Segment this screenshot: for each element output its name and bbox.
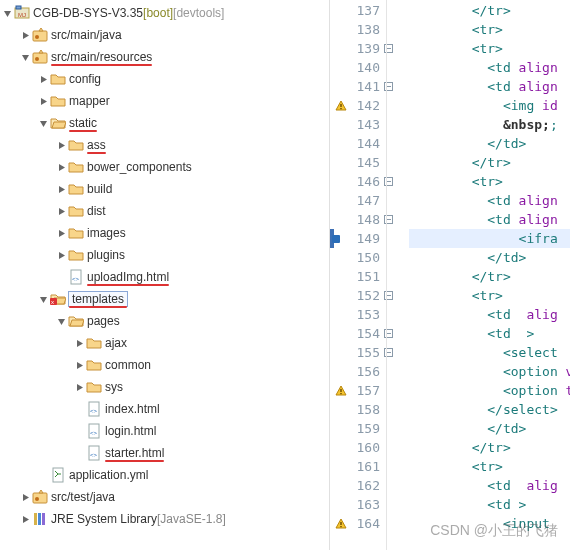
code-area[interactable]: </tr> <tr> <tr> <td align <td align <img… (386, 0, 570, 550)
gutter-line[interactable]: 149 (330, 229, 384, 248)
code-line[interactable]: <tr> (409, 457, 570, 476)
gutter-line[interactable]: 164 (330, 514, 384, 533)
code-line[interactable]: </td> (409, 248, 570, 267)
tree-node-cgb-db-sys-v3-35[interactable]: MJCGB-DB-SYS-V3.35 [boot] [devtools] (0, 2, 329, 24)
tree-node-index-html[interactable]: <>index.html (0, 398, 329, 420)
code-line[interactable]: <tr> (409, 39, 570, 58)
code-line[interactable]: <td align (409, 58, 570, 77)
gutter-line[interactable]: 162 (330, 476, 384, 495)
code-line[interactable]: </tr> (409, 153, 570, 172)
expand-chevron-icon[interactable] (54, 204, 68, 218)
code-line[interactable]: <option v (409, 362, 570, 381)
gutter-line[interactable]: 147 (330, 191, 384, 210)
gutter-line[interactable]: 163 (330, 495, 384, 514)
code-line[interactable]: <td align (409, 210, 570, 229)
code-line[interactable]: <td align (409, 191, 570, 210)
tree-node-ajax[interactable]: ajax (0, 332, 329, 354)
code-line[interactable]: <tr> (409, 172, 570, 191)
gutter-line[interactable]: 138 (330, 20, 384, 39)
tree-node-images[interactable]: images (0, 222, 329, 244)
collapse-chevron-icon[interactable] (18, 50, 32, 64)
gutter-line[interactable]: 141 (330, 77, 384, 96)
code-line[interactable]: <select (409, 343, 570, 362)
tree-node-bower-components[interactable]: bower_components (0, 156, 329, 178)
expand-chevron-icon[interactable] (54, 160, 68, 174)
gutter-line[interactable]: 160 (330, 438, 384, 457)
collapse-chevron-icon[interactable] (0, 6, 14, 20)
gutter-line[interactable]: 148 (330, 210, 384, 229)
gutter-line[interactable]: 146 (330, 172, 384, 191)
gutter-line[interactable]: 142 (330, 96, 384, 115)
expand-chevron-icon[interactable] (72, 358, 86, 372)
code-line[interactable]: </select> (409, 400, 570, 419)
expand-chevron-icon[interactable] (18, 512, 32, 526)
gutter-line[interactable]: 139 (330, 39, 384, 58)
expand-chevron-icon[interactable] (54, 248, 68, 262)
code-line[interactable]: <img id (409, 96, 570, 115)
tree-node-login-html[interactable]: <>login.html (0, 420, 329, 442)
gutter-line[interactable]: 153 (330, 305, 384, 324)
collapse-chevron-icon[interactable] (54, 314, 68, 328)
gutter-line[interactable]: 154 (330, 324, 384, 343)
collapse-chevron-icon[interactable] (36, 116, 50, 130)
code-line[interactable]: <input (409, 514, 570, 533)
code-line[interactable]: <td > (409, 495, 570, 514)
expand-chevron-icon[interactable] (72, 380, 86, 394)
gutter-line[interactable]: 161 (330, 457, 384, 476)
tree-node-config[interactable]: config (0, 68, 329, 90)
expand-chevron-icon[interactable] (54, 138, 68, 152)
code-line[interactable]: </tr> (409, 267, 570, 286)
package-explorer[interactable]: MJCGB-DB-SYS-V3.35 [boot] [devtools]src/… (0, 0, 330, 550)
code-line[interactable]: </tr> (409, 438, 570, 457)
tree-node-plugins[interactable]: plugins (0, 244, 329, 266)
tree-node-starter-html[interactable]: <>starter.html (0, 442, 329, 464)
code-line[interactable]: </td> (409, 134, 570, 153)
tree-node-sys[interactable]: sys (0, 376, 329, 398)
code-editor[interactable]: 1371381391401411421431441451461471481491… (330, 0, 570, 550)
code-line[interactable]: <td align (409, 77, 570, 96)
gutter-line[interactable]: 137 (330, 1, 384, 20)
tree-node-dist[interactable]: dist (0, 200, 329, 222)
collapse-chevron-icon[interactable] (36, 292, 50, 306)
expand-chevron-icon[interactable] (72, 336, 86, 350)
tree-node-templates[interactable]: xtemplates (0, 288, 329, 310)
tree-node-mapper[interactable]: mapper (0, 90, 329, 112)
tree-node-common[interactable]: common (0, 354, 329, 376)
code-line[interactable]: </td> (409, 419, 570, 438)
gutter-line[interactable]: 144 (330, 134, 384, 153)
tree-node-uploadimg-html[interactable]: <>uploadImg.html (0, 266, 329, 288)
tree-node-jre-system-library[interactable]: JRE System Library [JavaSE-1.8] (0, 508, 329, 530)
expand-chevron-icon[interactable] (36, 94, 50, 108)
breakpoint-icon[interactable] (332, 235, 340, 243)
code-line[interactable]: <ifra (409, 229, 570, 248)
expand-chevron-icon[interactable] (18, 28, 32, 42)
gutter-line[interactable]: 140 (330, 58, 384, 77)
tree-node-build[interactable]: build (0, 178, 329, 200)
gutter-line[interactable]: 157 (330, 381, 384, 400)
code-line[interactable]: <tr> (409, 286, 570, 305)
expand-chevron-icon[interactable] (54, 226, 68, 240)
code-line[interactable]: <td > (409, 324, 570, 343)
gutter-line[interactable]: 158 (330, 400, 384, 419)
line-number-gutter[interactable]: 1371381391401411421431441451461471481491… (330, 0, 386, 550)
tree-node-pages[interactable]: pages (0, 310, 329, 332)
gutter-line[interactable]: 151 (330, 267, 384, 286)
tree-node-application-yml[interactable]: application.yml (0, 464, 329, 486)
tree-node-ass[interactable]: ass (0, 134, 329, 156)
gutter-line[interactable]: 152 (330, 286, 384, 305)
tree-node-src-main-resources[interactable]: src/main/resources (0, 46, 329, 68)
gutter-line[interactable]: 150 (330, 248, 384, 267)
tree-node-src-main-java[interactable]: src/main/java (0, 24, 329, 46)
code-line[interactable]: <td alig (409, 305, 570, 324)
code-line[interactable]: <tr> (409, 20, 570, 39)
code-line[interactable]: &nbsp;; (409, 115, 570, 134)
gutter-line[interactable]: 155 (330, 343, 384, 362)
expand-chevron-icon[interactable] (54, 182, 68, 196)
code-line[interactable]: <option t (409, 381, 570, 400)
gutter-line[interactable]: 143 (330, 115, 384, 134)
tree-node-static[interactable]: static (0, 112, 329, 134)
tree-node-src-test-java[interactable]: src/test/java (0, 486, 329, 508)
expand-chevron-icon[interactable] (36, 72, 50, 86)
code-line[interactable]: </tr> (409, 1, 570, 20)
gutter-line[interactable]: 156 (330, 362, 384, 381)
